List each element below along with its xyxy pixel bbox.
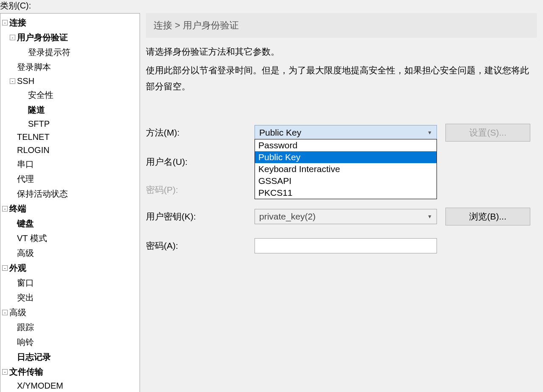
tree-item-label: 代理 — [17, 173, 34, 185]
passphrase-input[interactable] — [255, 238, 437, 253]
collapse-icon[interactable]: - — [2, 206, 8, 211]
description-line-2: 使用此部分以节省登录时间。但是，为了最大限度地提高安全性，如果担心安全问题，建议… — [146, 62, 537, 95]
tree-item-label: 高级 — [9, 307, 26, 318]
description-line-1: 请选择身份验证方法和其它参数。 — [146, 44, 537, 60]
tree-item[interactable]: 跟踪 — [0, 320, 140, 335]
tree-item-label: 用户身份验证 — [17, 32, 68, 43]
tree-item[interactable]: -SSH — [0, 75, 140, 88]
tree-item[interactable]: 安全性 — [0, 88, 140, 103]
tree-item-label: 跟踪 — [17, 322, 34, 333]
tree-item-label: 登录脚本 — [17, 61, 51, 73]
passphrase-row: 密码(A): — [146, 238, 537, 253]
userkey-value: private_key(2) — [259, 211, 316, 222]
tree-item-label: 外观 — [9, 262, 26, 274]
method-option[interactable]: Password — [255, 139, 437, 151]
collapse-icon[interactable]: - — [2, 310, 8, 315]
tree-item-label: 窗口 — [17, 277, 34, 289]
tree-item-label: 文件传输 — [9, 366, 43, 378]
method-option[interactable]: Keyboard Interactive — [255, 163, 437, 175]
tree-item[interactable]: 隧道 — [0, 103, 140, 117]
collapse-icon[interactable]: - — [2, 369, 8, 375]
browse-button[interactable]: 浏览(B)... — [445, 208, 530, 225]
tree-item[interactable]: 键盘 — [0, 216, 140, 231]
tree-item[interactable]: -连接 — [0, 15, 140, 30]
method-option[interactable]: PKCS11 — [255, 187, 437, 199]
method-option[interactable]: GSSAPI — [255, 175, 437, 187]
userkey-label: 用户密钥(K): — [146, 211, 255, 222]
method-row: 方法(M): Public Key ▼ 设置(S)... PasswordPub… — [146, 124, 537, 142]
chevron-down-icon: ▼ — [427, 214, 432, 220]
userkey-combobox[interactable]: private_key(2) ▼ — [255, 209, 437, 224]
tree-item[interactable]: 登录提示符 — [0, 45, 140, 60]
tree-item-label: 高级 — [17, 247, 34, 259]
method-value: Public Key — [259, 128, 301, 138]
collapse-icon[interactable]: - — [10, 35, 15, 40]
tree-item[interactable]: -终端 — [0, 201, 140, 216]
method-combobox[interactable]: Public Key ▼ — [255, 125, 437, 140]
tree-item[interactable]: -外观 — [0, 261, 140, 275]
tree-item-label: 串口 — [17, 158, 34, 170]
tree-item-label: 终端 — [9, 203, 26, 214]
settings-button[interactable]: 设置(S)... — [445, 124, 530, 142]
userkey-row: 用户密钥(K): private_key(2) ▼ 浏览(B)... — [146, 208, 537, 225]
tree-item-label: SSH — [17, 76, 34, 86]
collapse-icon[interactable]: - — [2, 265, 8, 271]
tree-item-label: X/YMODEM — [17, 381, 63, 391]
tree-item[interactable]: 日志记录 — [0, 350, 140, 364]
auth-form: 方法(M): Public Key ▼ 设置(S)... PasswordPub… — [146, 124, 537, 253]
tree-item[interactable]: 响铃 — [0, 335, 140, 350]
tree-item[interactable]: VT 模式 — [0, 231, 140, 246]
main-container: -连接-用户身份验证登录提示符登录脚本-SSH安全性隧道SFTPTELNETRL… — [0, 13, 543, 392]
tree-item-label: SFTP — [28, 119, 50, 129]
tree-item-label: VT 模式 — [17, 233, 47, 244]
chevron-down-icon: ▼ — [427, 130, 432, 136]
category-label: 类别(C): — [0, 0, 543, 13]
method-label: 方法(M): — [146, 127, 255, 139]
tree-item-label: 隧道 — [28, 104, 45, 116]
tree-item-label: RLOGIN — [17, 145, 50, 155]
passphrase-label: 密码(A): — [146, 240, 255, 252]
tree-item-label: 响铃 — [17, 336, 34, 348]
tree-item-label: 突出 — [17, 292, 34, 303]
method-dropdown[interactable]: PasswordPublic KeyKeyboard InteractiveGS… — [255, 139, 437, 199]
tree-item[interactable]: -文件传输 — [0, 364, 140, 379]
tree-item[interactable]: 串口 — [0, 157, 140, 172]
tree-item-label: 日志记录 — [17, 351, 51, 363]
tree-item-label: 键盘 — [17, 218, 34, 229]
tree-item[interactable]: -用户身份验证 — [0, 30, 140, 45]
tree-item-label: 保持活动状态 — [17, 188, 68, 200]
category-tree[interactable]: -连接-用户身份验证登录提示符登录脚本-SSH安全性隧道SFTPTELNETRL… — [0, 13, 140, 392]
password-label: 密码(P): — [146, 184, 255, 196]
tree-item-label: 连接 — [9, 17, 26, 28]
tree-item[interactable]: 代理 — [0, 172, 140, 186]
breadcrumb: 连接 > 用户身份验证 — [146, 13, 537, 38]
username-label: 用户名(U): — [146, 156, 255, 168]
tree-item[interactable]: 突出 — [0, 290, 140, 305]
tree-item[interactable]: TELNET — [0, 131, 140, 144]
tree-item[interactable]: 保持活动状态 — [0, 186, 140, 201]
tree-item[interactable]: SFTP — [0, 117, 140, 131]
tree-item-label: TELNET — [17, 132, 50, 142]
tree-item[interactable]: RLOGIN — [0, 144, 140, 157]
method-option[interactable]: Public Key — [255, 151, 437, 163]
tree-item-label: 登录提示符 — [28, 47, 70, 58]
tree-item[interactable]: -高级 — [0, 305, 140, 320]
content-panel: 连接 > 用户身份验证 请选择身份验证方法和其它参数。 使用此部分以节省登录时间… — [140, 13, 543, 392]
tree-item[interactable]: 登录脚本 — [0, 60, 140, 75]
tree-item[interactable]: 窗口 — [0, 275, 140, 290]
tree-item[interactable]: 高级 — [0, 246, 140, 261]
tree-item[interactable]: X/YMODEM — [0, 379, 140, 392]
collapse-icon[interactable]: - — [10, 78, 15, 84]
collapse-icon[interactable]: - — [2, 20, 8, 25]
tree-item-label: 安全性 — [28, 89, 53, 101]
